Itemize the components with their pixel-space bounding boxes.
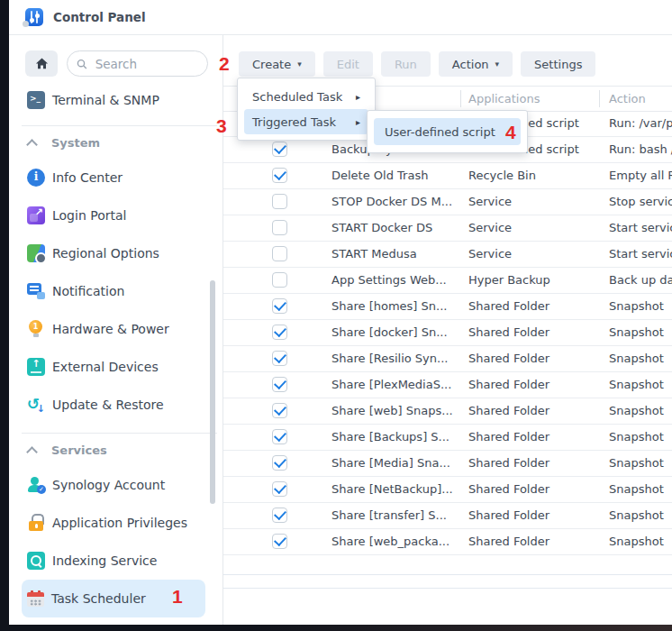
table-row[interactable]: Share [Resilio Syn... Shared Folder Snap… bbox=[223, 346, 672, 372]
sidebar-item-terminal-snmp[interactable]: >_ Terminal & SNMP bbox=[22, 84, 205, 116]
table-row[interactable]: START Medusa Service Start servic bbox=[223, 242, 672, 268]
action-button[interactable]: Action▾ bbox=[439, 51, 513, 77]
row-checkbox[interactable] bbox=[272, 455, 287, 471]
terminal-icon: >_ bbox=[27, 91, 45, 109]
chevron-up-icon bbox=[27, 138, 38, 147]
applications-cell: Hyper Backup bbox=[468, 268, 550, 293]
menu-item-user-defined-script[interactable]: User-defined script bbox=[374, 118, 521, 145]
task-name-cell: Share [Resilio Syn... bbox=[331, 346, 448, 371]
table-row[interactable]: Share [docker] Sn... Shared Folder Snaps… bbox=[223, 320, 672, 346]
column-separator bbox=[599, 90, 600, 107]
task-name-cell: Share [Backups] S... bbox=[331, 425, 450, 450]
sidebar-item-notification[interactable]: Notification bbox=[22, 272, 205, 310]
table-row[interactable]: Share [web] Snaps... Shared Folder Snaps… bbox=[223, 398, 672, 425]
caret-down-icon: ▾ bbox=[297, 59, 302, 69]
column-header-action[interactable]: Action bbox=[609, 87, 646, 111]
menu-item-scheduled-task[interactable]: Scheduled Task▸ bbox=[238, 84, 375, 109]
sidebar-item-login-portal[interactable]: ↗ Login Portal bbox=[22, 197, 205, 234]
row-checkbox[interactable] bbox=[272, 325, 287, 340]
section-header-system[interactable]: System bbox=[9, 126, 222, 159]
settings-button[interactable]: Settings bbox=[521, 51, 595, 77]
table-row[interactable]: Share [transfer] S... Shared Folder Snap… bbox=[223, 503, 672, 529]
row-checkbox[interactable] bbox=[272, 481, 287, 497]
annotation-3: 3 bbox=[216, 116, 227, 135]
task-name-cell: App Settings Web... bbox=[331, 268, 447, 293]
table-footer-line bbox=[223, 588, 672, 589]
row-checkbox[interactable] bbox=[272, 272, 287, 288]
row-checkbox[interactable] bbox=[272, 142, 287, 157]
column-header-applications[interactable]: Applications bbox=[468, 87, 540, 111]
applications-cell: Shared Folder bbox=[468, 529, 549, 554]
action-cell: Back up da bbox=[609, 268, 672, 293]
task-name-cell: Share [web_packa... bbox=[331, 529, 450, 554]
create-button[interactable]: Create▾ bbox=[239, 51, 315, 77]
row-checkbox[interactable] bbox=[272, 194, 287, 209]
section-header-services[interactable]: Services bbox=[9, 434, 222, 466]
sidebar-item-indexing-service[interactable]: Indexing Service bbox=[22, 542, 205, 580]
sidebar-item-external-devices[interactable]: ↑ External Devices bbox=[22, 348, 205, 386]
applications-cell: Shared Folder bbox=[468, 294, 549, 319]
action-cell: Snapshot bbox=[609, 503, 664, 528]
home-button[interactable] bbox=[25, 50, 58, 77]
action-cell: Start servic bbox=[609, 242, 672, 267]
action-cell: Empty all R bbox=[609, 163, 672, 188]
annotation-2: 2 bbox=[219, 54, 230, 73]
annotation-1: 1 bbox=[172, 587, 183, 606]
table-row[interactable]: Share [PlexMediaS... Shared Folder Snaps… bbox=[223, 372, 672, 398]
table-row[interactable]: Share [Media] Sna... Shared Folder Snaps… bbox=[223, 451, 672, 477]
row-checkbox[interactable] bbox=[272, 351, 287, 366]
sidebar-item-application-privileges[interactable]: Application Privileges bbox=[22, 504, 205, 542]
table-row[interactable]: Delete Old Trash Recycle Bin Empty all R bbox=[223, 163, 672, 189]
task-name-cell: Share [NetBackup]... bbox=[331, 477, 453, 502]
action-cell: Stop servic bbox=[609, 189, 672, 215]
privileges-icon bbox=[27, 514, 45, 532]
sidebar-item-regional-options[interactable]: Regional Options bbox=[22, 234, 205, 272]
hardware-icon bbox=[27, 320, 45, 338]
table-row[interactable]: Share [homes] Sn... Shared Folder Snapsh… bbox=[223, 294, 672, 320]
row-checkbox[interactable] bbox=[272, 220, 287, 235]
row-checkbox[interactable] bbox=[272, 377, 287, 392]
task-name-cell: Share [PlexMediaS... bbox=[331, 372, 451, 398]
menu-item-triggered-task[interactable]: Triggered Task▸ bbox=[244, 109, 368, 134]
applications-cell: Recycle Bin bbox=[468, 163, 536, 188]
sidebar-scrollbar[interactable] bbox=[210, 280, 215, 504]
task-name-cell: Delete Old Trash bbox=[331, 163, 428, 188]
table-row[interactable]: App Settings Web... Hyper Backup Back up… bbox=[223, 268, 672, 294]
sidebar-item-update-restore[interactable]: ↺↓ Update & Restore bbox=[22, 386, 205, 424]
notification-icon bbox=[27, 282, 45, 300]
account-icon: ✓ bbox=[27, 476, 45, 494]
table-row[interactable]: STOP Docker DS M... Service Stop servic bbox=[223, 189, 672, 215]
task-name-cell: STOP Docker DS M... bbox=[331, 189, 452, 215]
action-cell: Start servic bbox=[609, 215, 672, 241]
sidebar-item-hardware-power[interactable]: Hardware & Power bbox=[22, 310, 205, 348]
regional-icon bbox=[27, 244, 45, 262]
info-icon: i bbox=[27, 169, 45, 187]
search-box[interactable] bbox=[67, 50, 208, 77]
row-checkbox[interactable] bbox=[272, 246, 287, 261]
row-checkbox[interactable] bbox=[272, 429, 287, 444]
row-checkbox[interactable] bbox=[272, 168, 287, 183]
table-row[interactable]: Share [Backups] S... Shared Folder Snaps… bbox=[223, 425, 672, 451]
row-checkbox[interactable] bbox=[272, 534, 287, 549]
sidebar-item-synology-account[interactable]: ✓ Synology Account bbox=[22, 466, 205, 504]
search-input[interactable] bbox=[94, 56, 198, 72]
table-row[interactable]: START Docker DS Service Start servic bbox=[223, 215, 672, 242]
run-button[interactable]: Run bbox=[381, 51, 431, 77]
task-name-cell: START Docker DS bbox=[331, 215, 432, 241]
row-checkbox[interactable] bbox=[272, 403, 287, 418]
row-checkbox[interactable] bbox=[272, 298, 287, 314]
table-row[interactable]: Share [web_packa... Shared Folder Snapsh… bbox=[223, 529, 672, 555]
sidebar-item-info-center[interactable]: i Info Center bbox=[22, 159, 205, 197]
task-name-cell: START Medusa bbox=[331, 242, 417, 267]
edit-button[interactable]: Edit bbox=[323, 51, 373, 77]
action-cell: Snapshot bbox=[609, 294, 664, 319]
action-cell: Snapshot bbox=[609, 477, 664, 502]
action-cell: Snapshot bbox=[609, 529, 664, 554]
submenu-arrow-icon: ▸ bbox=[356, 92, 360, 102]
row-checkbox[interactable] bbox=[272, 508, 287, 523]
submenu-arrow-icon: ▸ bbox=[356, 117, 360, 127]
applications-cell: Shared Folder bbox=[468, 346, 549, 371]
task-name-cell: Share [docker] Sn... bbox=[331, 320, 448, 345]
table-row[interactable]: Share [NetBackup]... Shared Folder Snaps… bbox=[223, 477, 672, 503]
applications-cell: Shared Folder bbox=[468, 398, 549, 424]
